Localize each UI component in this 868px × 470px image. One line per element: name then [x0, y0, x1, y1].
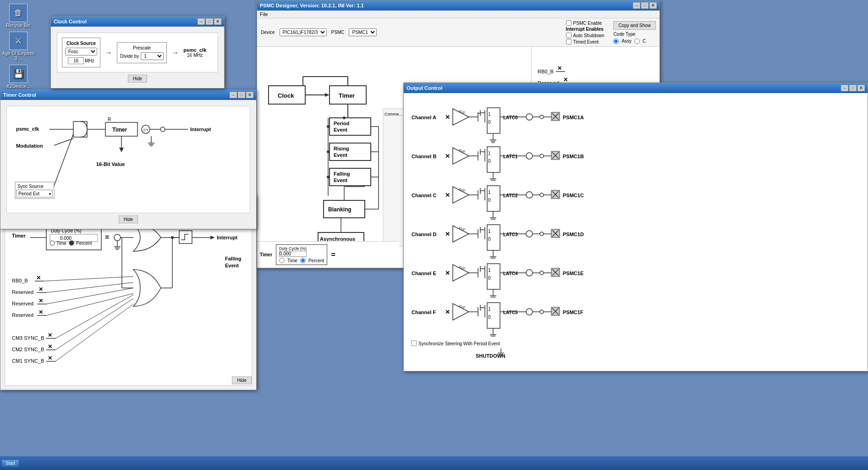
psmc-designer-titlebar[interactable]: PSMC Designer, Version: 10.2.1, INI Ver:…	[257, 0, 659, 11]
clock-source-box: Clock Source Fosc MHz	[62, 38, 100, 67]
svg-text:CM3 SYNC_B: CM3 SYNC_B	[12, 335, 44, 341]
divide-by-label: Divide by	[120, 54, 139, 59]
c-radio[interactable]	[634, 39, 640, 44]
age-of-empires-icon[interactable]: ⚔ Age Of Empires 3 ...	[2, 32, 35, 61]
svg-text:Comme...: Comme...	[385, 112, 402, 116]
svg-text:LATC3: LATC3	[503, 232, 518, 237]
mhz-input[interactable]	[68, 57, 84, 64]
svg-text:VDD: VDD	[459, 226, 466, 231]
psmc-select[interactable]: PSMC1	[349, 28, 377, 36]
svg-text:Channel C: Channel C	[412, 193, 436, 198]
svg-text:✕: ✕	[445, 114, 450, 121]
svg-text:Channel D: Channel D	[412, 232, 436, 237]
svg-marker-90	[325, 93, 330, 97]
oc-restore-btn[interactable]: □	[849, 85, 857, 91]
svg-text:✕: ✕	[38, 298, 43, 304]
psmc-bottom-panel: Timer Duty Cycle (%) Time Percent =	[257, 241, 399, 268]
psmc-restore-btn[interactable]: □	[641, 2, 648, 9]
svg-text:Channel F: Channel F	[412, 310, 436, 315]
svg-rect-312	[412, 341, 417, 346]
svg-text:Period: Period	[334, 121, 349, 126]
svg-text:LATC5: LATC5	[503, 310, 518, 315]
falling-svg: Timer Duty Cycle (%) 0.000 Time Percent …	[10, 215, 253, 380]
svg-point-229	[526, 192, 533, 198]
svg-point-279	[526, 270, 533, 276]
svg-text:✕: ✕	[38, 309, 43, 315]
psmc-close-btn[interactable]: ✕	[649, 2, 657, 9]
timed-event-label: Timed Event	[573, 39, 599, 44]
psmc-bottom-row: Timer Duty Cycle (%) Time Percent =	[260, 244, 396, 265]
svg-text:Period Evt: Period Evt	[18, 191, 39, 196]
svg-text:0: 0	[488, 120, 491, 125]
svg-text:Time: Time	[56, 241, 66, 246]
timer-close-btn[interactable]: ✕	[246, 92, 253, 98]
svg-text:RB0_B: RB0_B	[538, 69, 554, 74]
restore-btn[interactable]: □	[206, 18, 213, 25]
svg-text:✕: ✕	[48, 343, 52, 350]
psmc-enable-check[interactable]	[566, 20, 571, 26]
falling-event-hide-btn[interactable]: Hide	[232, 376, 252, 384]
svg-text:Timer: Timer	[12, 233, 26, 238]
svg-text:CM2 SYNC_B: CM2 SYNC_B	[12, 347, 44, 352]
svg-text:✕: ✕	[445, 192, 450, 199]
code-type-label: Code Type	[613, 32, 656, 37]
minimize-btn[interactable]: ─	[198, 18, 205, 25]
win-controls-psmc: ─ □ ✕	[633, 2, 657, 9]
svg-point-304	[526, 309, 533, 315]
prescale-row: Divide by 1	[120, 52, 164, 60]
svg-text:1: 1	[488, 151, 491, 156]
svg-text:Timer: Timer	[339, 92, 355, 99]
svg-text:Interrupt: Interrupt	[217, 235, 238, 240]
time-radio-bottom[interactable]	[279, 258, 285, 263]
oc-minimize-btn[interactable]: ─	[841, 85, 848, 91]
output-control-window: Output Control ─ □ ✕ Channel A ✕ VDD 1 0	[403, 83, 868, 371]
output-control-title: Output Control	[407, 85, 442, 91]
svg-text:LATC4: LATC4	[503, 271, 518, 276]
svg-marker-16	[119, 148, 124, 152]
copy-show-btn[interactable]: Copy and Show	[613, 21, 656, 30]
svg-text:1: 1	[488, 112, 491, 117]
timer-hide-btn[interactable]: Hide	[119, 216, 138, 223]
svg-point-181	[540, 115, 544, 119]
svg-point-204	[526, 153, 533, 159]
svg-point-179	[526, 114, 533, 120]
taskbar[interactable]: Start	[0, 456, 868, 470]
timer-minimize-btn[interactable]: ─	[230, 92, 237, 98]
file-menu[interactable]: File	[260, 11, 268, 17]
svg-text:VDD: VDD	[459, 304, 466, 309]
duty-input-bottom[interactable]	[279, 251, 307, 257]
device-select[interactable]: PIC16(L)F1782/3	[280, 28, 327, 36]
recycle-bin-icon[interactable]: 🗑 Recycle Bin	[2, 4, 35, 28]
output-control-titlebar[interactable]: Output Control ─ □ ✕	[404, 83, 868, 93]
timer-svg: psmc_clk Timer R Modulation CY	[14, 113, 252, 205]
psmc-designer-title: PSMC Designer, Version: 10.2.1, INI Ver:…	[260, 3, 364, 8]
svg-text:Reserved: Reserved	[12, 289, 33, 295]
win-controls: ─ □ ✕	[198, 18, 221, 25]
k2device-icon[interactable]: 💾 K2Device...	[2, 65, 35, 89]
fosc-select[interactable]: Fosc	[65, 48, 97, 55]
timed-event-check[interactable]	[566, 39, 571, 44]
svg-text:16-Bit Value: 16-Bit Value	[96, 161, 125, 167]
start-button[interactable]: Start	[2, 460, 19, 467]
auto-shutdown-check[interactable]	[566, 33, 571, 38]
clock-hide-btn[interactable]: Hide	[128, 75, 148, 83]
c-label: C	[643, 39, 646, 44]
svg-text:Channel E: Channel E	[412, 271, 436, 276]
svg-text:Channel B: Channel B	[412, 154, 436, 159]
assy-radio[interactable]	[613, 39, 619, 44]
psmc-minimize-btn[interactable]: ─	[633, 2, 640, 9]
psmc-menubar: File	[257, 11, 659, 18]
oc-close-btn[interactable]: ✕	[857, 85, 865, 91]
clock-control-content: Clock Source Fosc MHz → Prescale Divide …	[51, 27, 224, 88]
clock-control-titlebar[interactable]: Clock Control ─ □ ✕	[51, 17, 224, 27]
timer-control-title: Timer Control	[3, 92, 36, 98]
close-btn[interactable]: ✕	[214, 18, 221, 25]
percent-radio-bottom[interactable]	[300, 258, 306, 263]
timer-control-titlebar[interactable]: Timer Control ─ □ ✕	[0, 90, 256, 100]
divide-select[interactable]: 1	[141, 52, 164, 60]
svg-text:PSMC1A: PSMC1A	[563, 115, 584, 120]
clock-diagram: Clock Source Fosc MHz → Prescale Divide …	[57, 33, 218, 72]
output-control-svg: Channel A ✕ VDD 1 0 LATC0	[409, 99, 863, 365]
svg-line-78	[46, 288, 133, 304]
timer-restore-btn[interactable]: □	[238, 92, 245, 98]
